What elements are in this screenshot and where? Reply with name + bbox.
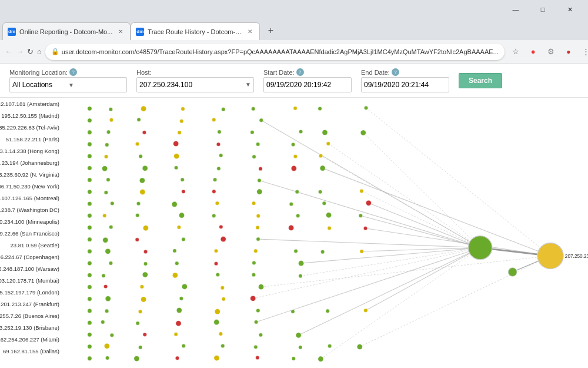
end-date-input[interactable]	[361, 77, 449, 92]
svg-line-19	[256, 248, 480, 322]
monitoring-location-select[interactable]: All Locations ▼	[9, 77, 127, 92]
svg-line-16	[261, 256, 550, 287]
svg-point-51	[173, 141, 179, 146]
svg-point-123	[173, 249, 176, 253]
svg-point-86	[360, 189, 363, 193]
svg-point-31	[318, 107, 322, 110]
svg-point-140	[216, 273, 219, 276]
tab-favicon-1: dm	[8, 28, 16, 36]
tab-trace-route[interactable]: dm Trace Route History - Dotcom-M... ✕	[131, 22, 260, 40]
hub-node[interactable]	[468, 236, 492, 259]
svg-point-190	[214, 356, 219, 361]
svg-point-38	[259, 118, 263, 122]
network-graph: 207.250.234.100 (dmage	[62, 98, 588, 368]
network-svg: 207.250.234.100 (dmage	[62, 98, 588, 368]
svg-point-73	[106, 178, 110, 181]
tab-title-2: Trace Route History - Dotcom-M...	[148, 28, 242, 35]
svg-point-135	[299, 261, 304, 266]
profile-button[interactable]: ●	[561, 44, 576, 59]
svg-point-36	[180, 120, 183, 123]
network-lines	[253, 108, 550, 359]
svg-point-52	[216, 142, 220, 146]
destination-node[interactable]: 207.250.234.100 (dmage	[537, 243, 588, 268]
tab-close-2[interactable]: ✕	[245, 27, 255, 37]
address-bar: ← → ↻ ⌂ 🔒 user.dotcom-monitor.com/c48579…	[0, 40, 588, 64]
svg-line-8	[362, 191, 480, 247]
svg-point-166	[136, 321, 139, 325]
svg-point-145	[140, 285, 143, 289]
svg-line-15	[300, 248, 480, 276]
svg-point-57	[104, 155, 108, 158]
svg-point-78	[88, 190, 92, 194]
extension-1-button[interactable]: ●	[526, 44, 541, 59]
location-label: 123.252.19.130 (Brisbane)	[0, 321, 62, 333]
svg-point-171	[110, 333, 113, 337]
svg-point-44	[250, 130, 254, 134]
close-window-button[interactable]: ✕	[556, 1, 583, 18]
svg-point-193	[318, 356, 323, 362]
svg-point-122	[143, 250, 147, 253]
svg-point-151	[141, 297, 146, 302]
home-button[interactable]: ⌂	[37, 44, 42, 59]
url-bar[interactable]: 🔒 user.dotcom-monitor.com/c48579/TraceRo…	[45, 44, 505, 60]
svg-line-21	[360, 256, 550, 347]
main-content: Monitoring Location: ? All Locations ▼ H…	[0, 64, 588, 368]
start-date-input[interactable]	[263, 77, 352, 92]
svg-point-89	[136, 202, 140, 205]
select-arrow-icon: ▼	[68, 82, 124, 88]
maximize-button[interactable]: □	[529, 1, 556, 18]
host-input[interactable]	[139, 81, 243, 89]
svg-point-70	[291, 165, 296, 171]
back-button[interactable]: ←	[5, 44, 12, 59]
svg-point-119	[256, 237, 260, 241]
search-button[interactable]: Search	[459, 73, 502, 88]
svg-point-59	[174, 154, 179, 159]
svg-point-103	[326, 213, 331, 218]
svg-point-117	[182, 237, 185, 241]
tab-close-1[interactable]: ✕	[116, 27, 125, 37]
svg-point-72	[88, 178, 92, 182]
start-date-info-icon[interactable]: ?	[296, 68, 304, 76]
extension-2-button[interactable]: ⚙	[543, 44, 559, 59]
filter-bar: Monitoring Location: ? All Locations ▼ H…	[0, 64, 588, 98]
svg-point-74	[139, 178, 145, 183]
svg-point-85	[318, 190, 322, 194]
svg-point-34	[109, 118, 113, 122]
title-bar: — □ ✕	[0, 0, 588, 19]
svg-point-110	[256, 226, 259, 229]
new-tab-button[interactable]: +	[262, 22, 279, 39]
svg-point-183	[299, 346, 302, 349]
forward-button[interactable]: →	[16, 44, 24, 59]
svg-line-18	[366, 248, 480, 311]
end-date-info-icon[interactable]: ?	[392, 68, 399, 76]
more-options-button[interactable]: ⋮	[579, 44, 588, 59]
svg-point-67	[174, 166, 178, 170]
tab-online-reporting[interactable]: dm Online Reporting - Dotcom-Mo... ✕	[2, 22, 131, 40]
visualization-area: 142.107.181 (Amsterdam)195.12.50.155 (Ma…	[0, 98, 588, 368]
svg-point-32	[364, 106, 368, 110]
tab-bar: dm Online Reporting - Dotcom-Mo... ✕ dm …	[0, 19, 588, 40]
svg-point-130	[109, 261, 112, 265]
svg-point-165	[101, 320, 105, 324]
svg-point-45	[299, 130, 302, 133]
svg-line-1	[366, 108, 550, 256]
bookmark-star-button[interactable]: ☆	[508, 44, 523, 59]
svg-point-144	[103, 284, 107, 288]
svg-point-91	[215, 201, 219, 205]
location-label: 38.238.7 (Washington DC)	[0, 204, 62, 216]
refresh-button[interactable]: ↻	[27, 44, 34, 59]
svg-point-30	[293, 107, 297, 110]
svg-point-188	[134, 356, 139, 362]
svg-point-177	[88, 344, 92, 349]
svg-point-66	[142, 165, 148, 171]
svg-point-48	[88, 142, 92, 146]
minimize-button[interactable]: —	[502, 1, 529, 18]
svg-line-9	[369, 203, 480, 248]
svg-text:207.250.234.100 (dmage: 207.250.234.100 (dmage	[565, 254, 588, 259]
svg-point-94	[322, 201, 326, 205]
svg-point-182	[254, 345, 258, 349]
svg-point-178	[104, 343, 109, 349]
svg-point-156	[105, 309, 108, 313]
monitoring-location-info-icon[interactable]: ?	[69, 68, 77, 76]
svg-point-153	[222, 297, 225, 301]
